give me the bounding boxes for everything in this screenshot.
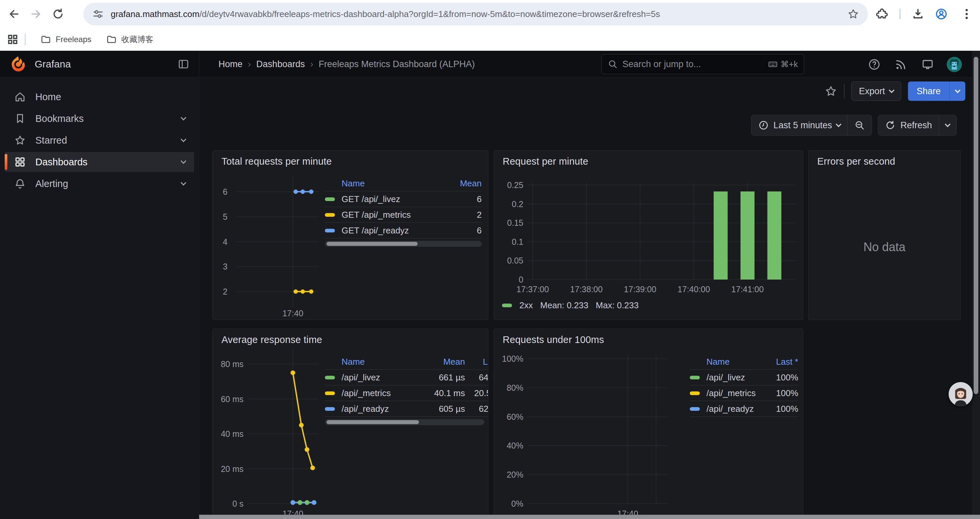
series-value: 646 µs bbox=[465, 372, 488, 383]
legend-header: NameMeanLast * bbox=[325, 355, 488, 370]
search-input[interactable] bbox=[622, 59, 763, 69]
back-icon[interactable] bbox=[7, 7, 21, 21]
panel-title[interactable]: Errors per second bbox=[817, 156, 895, 167]
series-name[interactable]: 2xx bbox=[519, 300, 533, 311]
breadcrumb-item[interactable]: Home bbox=[218, 59, 242, 69]
grafana-logo[interactable] bbox=[10, 56, 27, 73]
legend-row[interactable]: GET /api/_metrics2 bbox=[325, 207, 482, 223]
chevron-down-icon[interactable] bbox=[181, 158, 186, 164]
page-scrollbar-track[interactable] bbox=[972, 51, 980, 519]
chevron-down-icon[interactable] bbox=[181, 180, 186, 186]
svg-text:80 ms: 80 ms bbox=[221, 359, 243, 369]
address-bar[interactable]: grafana.mathmast.com/d/deytv4rwavabkb/fr… bbox=[83, 3, 868, 26]
help-icon[interactable] bbox=[868, 58, 881, 71]
bookmark-folder[interactable]: 收藏博客 bbox=[99, 31, 161, 48]
panel-legend-inline[interactable]: 2xx Mean: 0.233 Max: 0.233 bbox=[502, 300, 639, 311]
browser-menu-icon[interactable] bbox=[960, 7, 973, 21]
legend-column-name: Name bbox=[706, 357, 758, 367]
series-name[interactable]: GET /api/_livez bbox=[342, 194, 448, 204]
sidebar-item-label: Bookmarks bbox=[35, 113, 84, 124]
news-rss-icon[interactable] bbox=[895, 58, 907, 71]
reload-icon[interactable] bbox=[51, 7, 65, 21]
user-avatar[interactable] bbox=[947, 57, 962, 72]
legend-scrollbar[interactable] bbox=[325, 419, 484, 425]
search-icon bbox=[608, 59, 618, 69]
legend-header: NameMean bbox=[325, 176, 482, 192]
refresh-button[interactable]: Refresh bbox=[878, 115, 939, 135]
svg-text:40 ms: 40 ms bbox=[221, 429, 243, 439]
search-box[interactable]: ⌘+k bbox=[601, 54, 804, 74]
monitor-icon[interactable] bbox=[921, 58, 934, 71]
url-text[interactable]: grafana.mathmast.com/d/deytv4rwavabkb/fr… bbox=[111, 9, 841, 19]
share-button[interactable]: Share bbox=[908, 81, 949, 101]
svg-text:0: 0 bbox=[519, 275, 523, 284]
series-name[interactable]: /api/_readyz bbox=[706, 404, 758, 414]
series-name[interactable]: /api/_readyz bbox=[342, 404, 415, 414]
legend-row[interactable]: /api/_readyz605 µs620 µs bbox=[325, 401, 488, 417]
svg-text:0.2: 0.2 bbox=[512, 200, 523, 209]
chevron-down-icon[interactable] bbox=[181, 115, 186, 121]
breadcrumb-item[interactable]: Freeleaps Metrics Dashboard (ALPHA) bbox=[318, 59, 475, 69]
series-value: 40.1 ms bbox=[415, 388, 465, 398]
series-value: 605 µs bbox=[415, 404, 465, 414]
folder-icon bbox=[40, 34, 51, 45]
floating-assistant-avatar[interactable] bbox=[949, 382, 973, 406]
series-name[interactable]: /api/_livez bbox=[342, 372, 415, 383]
svg-text:0.05: 0.05 bbox=[507, 256, 523, 265]
chevron-down-icon bbox=[889, 88, 894, 93]
series-mean: Mean: 0.233 bbox=[540, 300, 589, 311]
legend-row[interactable]: /api/_metrics100% bbox=[690, 385, 798, 401]
sidebar-toggle-icon[interactable] bbox=[177, 58, 189, 70]
time-range-picker[interactable]: Last 5 minutes bbox=[751, 115, 848, 135]
legend-row[interactable]: GET /api/_readyz6 bbox=[325, 223, 482, 238]
bookmark-star-icon[interactable] bbox=[847, 8, 859, 20]
series-name[interactable]: /api/_metrics bbox=[342, 388, 415, 398]
extensions-icon[interactable] bbox=[875, 7, 889, 21]
apps-grid-icon[interactable] bbox=[7, 34, 19, 45]
chevron-down-icon[interactable] bbox=[181, 137, 186, 142]
zoom-out-button[interactable] bbox=[847, 115, 872, 135]
series-value: 6 bbox=[448, 194, 482, 204]
panel-average-response-time: Average response time 80 ms60 ms40 ms20 … bbox=[213, 329, 488, 519]
page-scrollbar-thumb[interactable] bbox=[974, 57, 978, 394]
svg-text:17:39:00: 17:39:00 bbox=[624, 284, 656, 294]
series-color-swatch bbox=[325, 376, 335, 379]
legend-row[interactable]: /api/_livez100% bbox=[690, 370, 798, 385]
series-color-swatch bbox=[690, 391, 700, 395]
svg-text:2: 2 bbox=[223, 287, 228, 296]
site-settings-icon[interactable] bbox=[92, 8, 104, 20]
forward-icon[interactable] bbox=[29, 7, 43, 21]
svg-text:0 s: 0 s bbox=[232, 499, 243, 508]
legend-row[interactable]: /api/_readyz100% bbox=[690, 401, 798, 417]
downloads-icon[interactable] bbox=[911, 7, 924, 21]
legend-scrollbar[interactable] bbox=[325, 241, 482, 247]
series-color-swatch bbox=[502, 303, 512, 307]
sidebar-item-starred[interactable]: Starred bbox=[5, 130, 194, 150]
series-name[interactable]: /api/_livez bbox=[706, 372, 758, 383]
grafana-brand-title: Grafana bbox=[35, 58, 71, 70]
sidebar-item-bookmarks[interactable]: Bookmarks bbox=[5, 109, 194, 129]
sidebar-item-home[interactable]: Home bbox=[5, 87, 194, 107]
breadcrumb-item[interactable]: Dashboards bbox=[256, 59, 305, 69]
legend-row[interactable]: /api/_livez661 µs646 µs bbox=[325, 370, 488, 385]
chevron-down-icon bbox=[836, 121, 842, 127]
bookmark-folder[interactable]: Freeleaps bbox=[33, 31, 99, 48]
profile-icon[interactable] bbox=[935, 7, 948, 21]
series-name[interactable]: GET /api/_readyz bbox=[342, 225, 448, 236]
legend-row[interactable]: GET /api/_livez6 bbox=[325, 192, 482, 207]
svg-text:17:40:00: 17:40:00 bbox=[678, 284, 710, 294]
favorite-star-icon[interactable] bbox=[824, 85, 837, 97]
actions-divider bbox=[844, 84, 845, 98]
dashboard-main: Export Share Last 5 minutes bbox=[199, 77, 980, 519]
sidebar-item-dashboards[interactable]: Dashboards bbox=[5, 152, 194, 172]
horizontal-scrollbar[interactable] bbox=[199, 515, 980, 519]
share-dropdown-button[interactable] bbox=[949, 81, 965, 101]
series-name[interactable]: GET /api/_metrics bbox=[342, 210, 448, 220]
legend-row[interactable]: /api/_metrics40.1 ms20.5 ms bbox=[325, 385, 488, 401]
bookmark-folder-label: 收藏博客 bbox=[121, 34, 153, 45]
refresh-interval-dropdown[interactable] bbox=[939, 115, 956, 135]
svg-text:17:41:00: 17:41:00 bbox=[731, 284, 764, 294]
sidebar-item-alerting[interactable]: Alerting bbox=[5, 174, 194, 194]
series-name[interactable]: /api/_metrics bbox=[706, 388, 758, 398]
export-button[interactable]: Export bbox=[851, 81, 901, 101]
